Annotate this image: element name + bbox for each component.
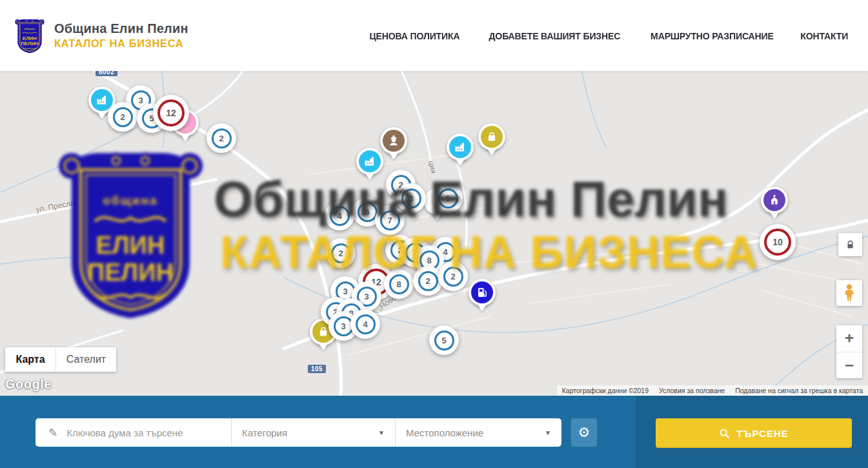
search-controls: ✎ Категория ▼ Местоположение ▼ ⚙ (35, 418, 597, 447)
map-type-satellite-button[interactable]: Сателит (56, 347, 116, 372)
category-dropdown-label: Категория (242, 427, 287, 438)
advanced-search-gear-button[interactable]: ⚙ (571, 418, 597, 447)
map-pin-worker[interactable] (380, 127, 407, 154)
map-pin-fuel[interactable] (469, 279, 496, 306)
map-pin-factory[interactable] (356, 148, 383, 175)
category-dropdown[interactable]: Категория ▼ (231, 418, 395, 447)
svg-text:община: община (24, 27, 35, 30)
cluster-marker[interactable]: 2 (438, 261, 468, 291)
brand[interactable]: община ЕЛИН ПЕЛИН Община Елин Пелин КАТА… (0, 15, 188, 56)
zoom-in-button[interactable]: + (836, 325, 862, 352)
keyword-field-wrapper: ✎ (35, 418, 231, 447)
road-number-badge: 6002 (96, 71, 117, 76)
cluster-marker[interactable]: 12 (153, 95, 189, 131)
street-view-pegman-button[interactable] (836, 280, 862, 306)
map-pin-factory[interactable] (447, 134, 474, 161)
cluster-marker[interactable]: 2 (207, 123, 236, 153)
nav-add-business[interactable]: ДОБАВЕТЕ ВАШИЯТ БИЗНЕС (489, 30, 620, 41)
search-button[interactable]: ТЪРСЕНЕ (656, 418, 852, 448)
svg-text:ПЕЛИН: ПЕЛИН (21, 41, 39, 46)
report-error-link[interactable]: Подаване на сигнал за грешка в картата (735, 387, 863, 394)
chevron-down-icon: ▼ (378, 429, 385, 436)
map-type-control: Карта Сателит (5, 347, 116, 372)
chevron-down-icon: ▼ (545, 429, 551, 436)
keyword-input[interactable] (66, 427, 215, 438)
page: община ЕЛИН ПЕЛИН Община Елин Пелин КАТА… (0, 0, 868, 468)
zoom-control: + − (836, 325, 862, 378)
location-dropdown[interactable]: Местоположение ▼ (395, 418, 561, 447)
search-button-label: ТЪРСЕНЕ (736, 428, 789, 439)
search-bar-right-panel: ТЪРСЕНЕ (636, 396, 868, 468)
gear-icon: ⚙ (578, 425, 590, 440)
cluster-marker[interactable]: 5 (433, 183, 463, 213)
cluster-marker[interactable]: 2 (108, 102, 137, 132)
terms-link[interactable]: Условия за ползване (659, 387, 725, 394)
map-canvas[interactable]: 32512223564722748128223338345106002105ул… (0, 71, 868, 396)
pegman-icon (842, 283, 856, 303)
zoom-out-button[interactable]: − (836, 352, 862, 379)
cluster-marker[interactable]: 10 (760, 224, 796, 260)
attribution-copyright: Картографски данни ©2019 (562, 387, 649, 394)
cluster-marker[interactable]: 8 (384, 269, 414, 299)
road-number-badge: 105 (308, 365, 326, 373)
municipality-crest-logo: община ЕЛИН ПЕЛИН (14, 15, 45, 56)
cluster-marker[interactable]: 7 (375, 205, 405, 235)
cluster-marker[interactable]: 2 (326, 238, 356, 268)
google-logo[interactable]: Google (5, 377, 52, 392)
cluster-marker[interactable]: 3 (396, 183, 426, 213)
location-dropdown-label: Местоположение (406, 427, 483, 438)
search-bar: ТЪРСЕНЕ ✎ Категория ▼ Местоположение ▼ (0, 396, 868, 468)
search-icon (719, 428, 730, 439)
cluster-marker[interactable]: 4 (350, 309, 380, 339)
header: община ЕЛИН ПЕЛИН Община Елин Пелин КАТА… (0, 0, 868, 71)
map-pin-church[interactable] (761, 187, 788, 214)
cluster-marker[interactable]: 5 (429, 325, 459, 355)
lock-icon (845, 240, 855, 250)
map-pin-bag[interactable] (478, 123, 505, 150)
fullscreen-lock-button[interactable] (838, 233, 862, 256)
nav-route-schedule[interactable]: МАРШРУТНО РАЗПИСАНИЕ (651, 30, 774, 41)
svg-text:ЕЛИН: ЕЛИН (23, 36, 37, 41)
nav-contacts[interactable]: КОНТАКТИ (801, 30, 849, 41)
brand-title: Община Елин Пелин (54, 21, 188, 36)
brand-text: Община Елин Пелин КАТАЛОГ НА БИЗНЕСА (54, 21, 188, 50)
pencil-icon: ✎ (48, 426, 57, 440)
nav-pricing[interactable]: ЦЕНОВА ПОЛИТИКА (370, 30, 460, 41)
search-input-group: ✎ Категория ▼ Местоположение ▼ (35, 418, 561, 447)
cluster-marker[interactable]: 4 (325, 201, 354, 230)
main-nav: ЦЕНОВА ПОЛИТИКА ДОБАВЕТЕ ВАШИЯТ БИЗНЕС М… (367, 30, 868, 41)
map-type-map-button[interactable]: Карта (5, 347, 56, 372)
map-attribution: Картографски данни ©2019 Условия за полз… (557, 385, 868, 396)
brand-subtitle: КАТАЛОГ НА БИЗНЕСА (54, 37, 188, 50)
